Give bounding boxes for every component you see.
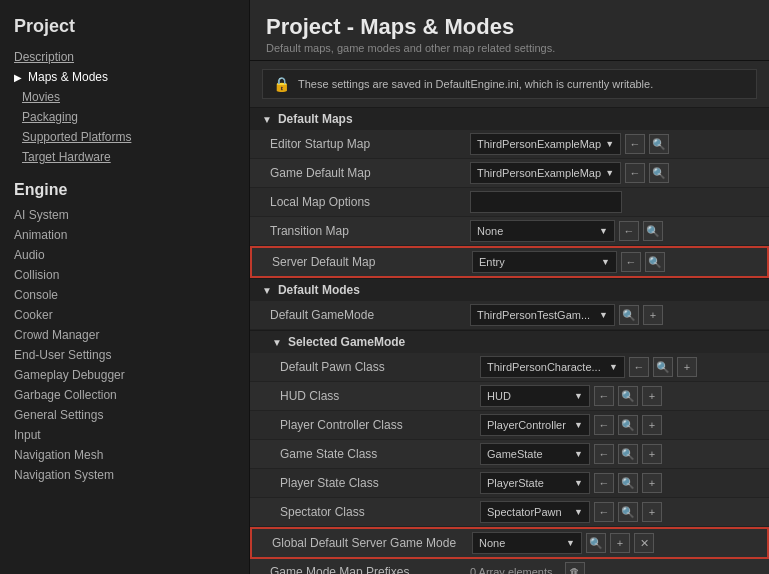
default-pawn-search-btn[interactable]: 🔍 — [653, 357, 673, 377]
collapse-icon: ▼ — [262, 114, 272, 125]
hud-search-btn[interactable]: 🔍 — [618, 386, 638, 406]
game-default-map-reset-btn[interactable]: ← — [625, 163, 645, 183]
sidebar-item-crowd-manager[interactable]: Crowd Manager — [0, 325, 249, 345]
player-state-class-dropdown[interactable]: PlayerState ▼ — [480, 472, 590, 494]
game-state-class-dropdown[interactable]: GameState ▼ — [480, 443, 590, 465]
game-mode-map-prefixes-label: Game Mode Map Prefixes — [270, 565, 470, 574]
editor-startup-map-search-btn[interactable]: 🔍 — [649, 134, 669, 154]
player-controller-search-btn[interactable]: 🔍 — [618, 415, 638, 435]
global-server-game-mode-dropdown[interactable]: None ▼ — [472, 532, 582, 554]
hud-class-control: HUD ▼ ← 🔍 + — [480, 385, 757, 407]
spectator-class-dropdown[interactable]: SpectatorPawn ▼ — [480, 501, 590, 523]
default-pawn-class-row: Default Pawn Class ThirdPersonCharacte..… — [250, 353, 769, 382]
sidebar-item-audio[interactable]: Audio — [0, 245, 249, 265]
sidebar-item-navigation-mesh[interactable]: Navigation Mesh — [0, 445, 249, 465]
sidebar-item-ai-system[interactable]: AI System — [0, 205, 249, 225]
game-default-map-label: Game Default Map — [270, 166, 470, 180]
global-server-add-btn[interactable]: + — [610, 533, 630, 553]
player-controller-class-label: Player Controller Class — [280, 418, 480, 432]
player-state-reset-btn[interactable]: ← — [594, 473, 614, 493]
server-default-map-search-btn[interactable]: 🔍 — [645, 252, 665, 272]
dropdown-arrow-icon: ▼ — [601, 257, 610, 267]
game-mode-map-prefixes-trash-btn[interactable]: 🗑 — [565, 562, 585, 574]
transition-map-dropdown[interactable]: None ▼ — [470, 220, 615, 242]
sidebar-item-target-hardware[interactable]: Target Hardware — [0, 147, 249, 167]
game-default-map-row: Game Default Map ThirdPersonExampleMap ▼… — [250, 159, 769, 188]
sidebar-item-navigation-system[interactable]: Navigation System — [0, 465, 249, 485]
spectator-search-btn[interactable]: 🔍 — [618, 502, 638, 522]
default-gamemode-add-btn[interactable]: + — [643, 305, 663, 325]
dropdown-arrow-icon: ▼ — [574, 391, 583, 401]
game-state-search-btn[interactable]: 🔍 — [618, 444, 638, 464]
spectator-class-row: Spectator Class SpectatorPawn ▼ ← 🔍 + — [250, 498, 769, 527]
server-default-map-dropdown[interactable]: Entry ▼ — [472, 251, 617, 273]
dropdown-arrow-icon: ▼ — [609, 362, 618, 372]
player-state-search-btn[interactable]: 🔍 — [618, 473, 638, 493]
sidebar-item-general-settings[interactable]: General Settings — [0, 405, 249, 425]
sidebar-item-maps-modes[interactable]: ▶ Maps & Modes — [0, 67, 249, 87]
selected-gamemode-label: Selected GameMode — [288, 335, 405, 349]
global-server-game-mode-row: Global Default Server Game Mode None ▼ 🔍… — [250, 527, 769, 559]
sidebar-item-gameplay-debugger[interactable]: Gameplay Debugger — [0, 365, 249, 385]
global-server-game-mode-label: Global Default Server Game Mode — [272, 536, 472, 550]
player-state-add-btn[interactable]: + — [642, 473, 662, 493]
collapse-icon: ▼ — [272, 337, 282, 348]
default-pawn-reset-btn[interactable]: ← — [629, 357, 649, 377]
default-gamemode-search-btn[interactable]: 🔍 — [619, 305, 639, 325]
page-subtitle: Default maps, game modes and other map r… — [266, 42, 753, 54]
sidebar-item-input[interactable]: Input — [0, 425, 249, 445]
sidebar-item-console[interactable]: Console — [0, 285, 249, 305]
sidebar-item-collision[interactable]: Collision — [0, 265, 249, 285]
dropdown-arrow-icon: ▼ — [599, 310, 608, 320]
default-maps-section: ▼ Default Maps Editor Startup Map ThirdP… — [250, 107, 769, 278]
transition-map-search-btn[interactable]: 🔍 — [643, 221, 663, 241]
engine-title: Engine — [0, 167, 249, 205]
player-state-class-label: Player State Class — [280, 476, 480, 490]
sidebar-item-end-user-settings[interactable]: End-User Settings — [0, 345, 249, 365]
default-modes-header: ▼ Default Modes — [250, 278, 769, 301]
default-gamemode-control: ThirdPersonTestGam... ▼ 🔍 + — [470, 304, 757, 326]
main-content: Project - Maps & Modes Default maps, gam… — [250, 0, 769, 574]
default-pawn-class-label: Default Pawn Class — [280, 360, 480, 374]
dropdown-arrow-icon: ▼ — [574, 507, 583, 517]
game-state-class-label: Game State Class — [280, 447, 480, 461]
player-controller-reset-btn[interactable]: ← — [594, 415, 614, 435]
game-default-map-search-btn[interactable]: 🔍 — [649, 163, 669, 183]
sidebar-item-animation[interactable]: Animation — [0, 225, 249, 245]
game-default-map-dropdown[interactable]: ThirdPersonExampleMap ▼ — [470, 162, 621, 184]
editor-startup-map-dropdown[interactable]: ThirdPersonExampleMap ▼ — [470, 133, 621, 155]
player-state-class-row: Player State Class PlayerState ▼ ← 🔍 + — [250, 469, 769, 498]
dropdown-arrow-icon: ▼ — [566, 538, 575, 548]
sidebar-item-garbage-collection[interactable]: Garbage Collection — [0, 385, 249, 405]
sidebar-item-movies[interactable]: Movies — [0, 87, 249, 107]
spectator-reset-btn[interactable]: ← — [594, 502, 614, 522]
hud-class-label: HUD Class — [280, 389, 480, 403]
dropdown-arrow-icon: ▼ — [574, 420, 583, 430]
global-server-search-btn[interactable]: 🔍 — [586, 533, 606, 553]
sidebar-item-cooker[interactable]: Cooker — [0, 305, 249, 325]
transition-map-reset-btn[interactable]: ← — [619, 221, 639, 241]
default-gamemode-dropdown[interactable]: ThirdPersonTestGam... ▼ — [470, 304, 615, 326]
project-title: Project — [0, 12, 249, 47]
server-default-map-reset-btn[interactable]: ← — [621, 252, 641, 272]
default-pawn-class-dropdown[interactable]: ThirdPersonCharacte... ▼ — [480, 356, 625, 378]
game-state-reset-btn[interactable]: ← — [594, 444, 614, 464]
default-pawn-add-btn[interactable]: + — [677, 357, 697, 377]
local-map-options-input[interactable] — [470, 191, 622, 213]
game-state-add-btn[interactable]: + — [642, 444, 662, 464]
local-map-options-label: Local Map Options — [270, 195, 470, 209]
hud-class-dropdown[interactable]: HUD ▼ — [480, 385, 590, 407]
spectator-add-btn[interactable]: + — [642, 502, 662, 522]
player-controller-class-dropdown[interactable]: PlayerController ▼ — [480, 414, 590, 436]
global-server-game-mode-control: None ▼ 🔍 + ✕ — [472, 532, 755, 554]
hud-add-btn[interactable]: + — [642, 386, 662, 406]
player-controller-add-btn[interactable]: + — [642, 415, 662, 435]
sidebar-item-supported-platforms[interactable]: Supported Platforms — [0, 127, 249, 147]
info-bar: 🔒 These settings are saved in DefaultEng… — [262, 69, 757, 99]
sidebar-item-packaging[interactable]: Packaging — [0, 107, 249, 127]
global-server-clear-btn[interactable]: ✕ — [634, 533, 654, 553]
hud-reset-btn[interactable]: ← — [594, 386, 614, 406]
sidebar-item-description[interactable]: Description — [0, 47, 249, 67]
editor-startup-map-reset-btn[interactable]: ← — [625, 134, 645, 154]
game-mode-map-prefixes-control: 0 Array elements 🗑 — [470, 562, 757, 574]
